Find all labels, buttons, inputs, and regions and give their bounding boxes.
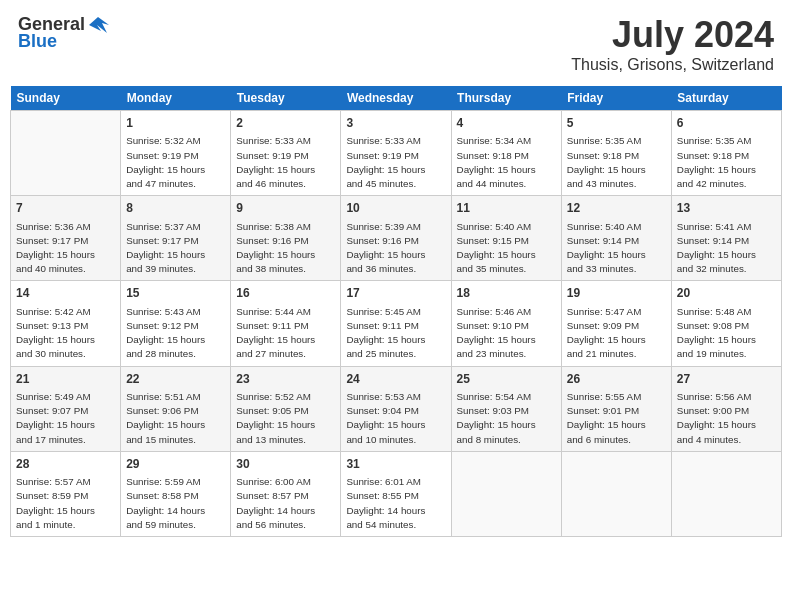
calendar-cell: 28Sunrise: 5:57 AMSunset: 8:59 PMDayligh…: [11, 451, 121, 536]
day-info-line: Sunrise: 5:48 AM: [677, 306, 752, 317]
calendar-cell: 29Sunrise: 5:59 AMSunset: 8:58 PMDayligh…: [121, 451, 231, 536]
day-info-line: and 46 minutes.: [236, 178, 306, 189]
day-info-line: Daylight: 15 hours: [457, 249, 536, 260]
day-info: Sunrise: 5:54 AMSunset: 9:03 PMDaylight:…: [457, 390, 556, 447]
day-info-line: Sunset: 9:13 PM: [16, 320, 88, 331]
day-info-line: Sunrise: 5:37 AM: [126, 221, 201, 232]
day-info-line: Sunset: 9:07 PM: [16, 405, 88, 416]
day-info-line: Sunset: 9:11 PM: [346, 320, 418, 331]
day-number: 25: [457, 371, 556, 388]
day-info-line: and 8 minutes.: [457, 434, 521, 445]
calendar-cell: [11, 111, 121, 196]
day-number: 30: [236, 456, 335, 473]
day-info-line: Sunrise: 5:59 AM: [126, 476, 201, 487]
day-info-line: and 25 minutes.: [346, 348, 416, 359]
day-info: Sunrise: 6:00 AMSunset: 8:57 PMDaylight:…: [236, 475, 335, 532]
day-info-line: and 35 minutes.: [457, 263, 527, 274]
calendar-cell: 12Sunrise: 5:40 AMSunset: 9:14 PMDayligh…: [561, 196, 671, 281]
day-info-line: Sunset: 9:18 PM: [457, 150, 529, 161]
col-wednesday: Wednesday: [341, 86, 451, 111]
calendar-cell: 15Sunrise: 5:43 AMSunset: 9:12 PMDayligh…: [121, 281, 231, 366]
calendar-cell: 17Sunrise: 5:45 AMSunset: 9:11 PMDayligh…: [341, 281, 451, 366]
day-info-line: Sunrise: 5:43 AM: [126, 306, 201, 317]
day-info-line: Sunset: 9:11 PM: [236, 320, 308, 331]
day-info-line: Daylight: 15 hours: [677, 334, 756, 345]
day-info-line: and 33 minutes.: [567, 263, 637, 274]
day-number: 8: [126, 200, 225, 217]
day-info-line: and 23 minutes.: [457, 348, 527, 359]
week-row-5: 28Sunrise: 5:57 AMSunset: 8:59 PMDayligh…: [11, 451, 782, 536]
day-info-line: Sunset: 9:17 PM: [16, 235, 88, 246]
calendar-cell: 10Sunrise: 5:39 AMSunset: 9:16 PMDayligh…: [341, 196, 451, 281]
calendar-cell: 23Sunrise: 5:52 AMSunset: 9:05 PMDayligh…: [231, 366, 341, 451]
calendar-cell: 19Sunrise: 5:47 AMSunset: 9:09 PMDayligh…: [561, 281, 671, 366]
day-number: 1: [126, 115, 225, 132]
day-info-line: Sunrise: 6:00 AM: [236, 476, 311, 487]
day-number: 15: [126, 285, 225, 302]
day-info-line: Sunset: 9:09 PM: [567, 320, 639, 331]
day-info-line: and 59 minutes.: [126, 519, 196, 530]
day-info-line: Sunrise: 5:41 AM: [677, 221, 752, 232]
day-info-line: Sunset: 9:14 PM: [567, 235, 639, 246]
day-number: 13: [677, 200, 776, 217]
day-info: Sunrise: 5:48 AMSunset: 9:08 PMDaylight:…: [677, 305, 776, 362]
day-info-line: Daylight: 15 hours: [16, 505, 95, 516]
calendar-cell: 5Sunrise: 5:35 AMSunset: 9:18 PMDaylight…: [561, 111, 671, 196]
day-info: Sunrise: 5:51 AMSunset: 9:06 PMDaylight:…: [126, 390, 225, 447]
day-info-line: and 45 minutes.: [346, 178, 416, 189]
day-info-line: Sunset: 9:05 PM: [236, 405, 308, 416]
day-info-line: Sunset: 9:12 PM: [126, 320, 198, 331]
day-info-line: Sunset: 9:19 PM: [126, 150, 198, 161]
day-info-line: Sunset: 9:00 PM: [677, 405, 749, 416]
day-info-line: Sunrise: 5:34 AM: [457, 135, 532, 146]
day-info-line: Daylight: 15 hours: [126, 419, 205, 430]
day-info-line: Daylight: 15 hours: [236, 334, 315, 345]
day-number: 7: [16, 200, 115, 217]
day-info-line: Daylight: 15 hours: [567, 419, 646, 430]
col-tuesday: Tuesday: [231, 86, 341, 111]
day-info-line: and 39 minutes.: [126, 263, 196, 274]
day-info-line: Sunset: 9:18 PM: [567, 150, 639, 161]
day-info-line: Daylight: 15 hours: [677, 249, 756, 260]
day-info-line: Sunset: 9:14 PM: [677, 235, 749, 246]
day-info-line: Sunrise: 5:49 AM: [16, 391, 91, 402]
calendar-cell: 25Sunrise: 5:54 AMSunset: 9:03 PMDayligh…: [451, 366, 561, 451]
day-info-line: Sunset: 9:06 PM: [126, 405, 198, 416]
day-info-line: Daylight: 15 hours: [677, 164, 756, 175]
day-info-line: and 56 minutes.: [236, 519, 306, 530]
day-info-line: Daylight: 15 hours: [126, 249, 205, 260]
day-info-line: Sunrise: 5:39 AM: [346, 221, 421, 232]
day-number: 5: [567, 115, 666, 132]
day-info-line: Sunset: 9:19 PM: [236, 150, 308, 161]
day-info-line: Sunrise: 5:53 AM: [346, 391, 421, 402]
week-row-2: 7Sunrise: 5:36 AMSunset: 9:17 PMDaylight…: [11, 196, 782, 281]
day-info-line: and 43 minutes.: [567, 178, 637, 189]
day-info: Sunrise: 5:49 AMSunset: 9:07 PMDaylight:…: [16, 390, 115, 447]
day-info-line: and 32 minutes.: [677, 263, 747, 274]
col-saturday: Saturday: [671, 86, 781, 111]
calendar-cell: 1Sunrise: 5:32 AMSunset: 9:19 PMDaylight…: [121, 111, 231, 196]
day-number: 4: [457, 115, 556, 132]
calendar-cell: [451, 451, 561, 536]
day-info-line: and 47 minutes.: [126, 178, 196, 189]
day-number: 16: [236, 285, 335, 302]
day-info: Sunrise: 5:44 AMSunset: 9:11 PMDaylight:…: [236, 305, 335, 362]
day-info-line: Sunrise: 5:33 AM: [346, 135, 421, 146]
day-info-line: Sunset: 9:04 PM: [346, 405, 418, 416]
day-info-line: Daylight: 15 hours: [236, 249, 315, 260]
calendar-cell: 22Sunrise: 5:51 AMSunset: 9:06 PMDayligh…: [121, 366, 231, 451]
day-info: Sunrise: 5:39 AMSunset: 9:16 PMDaylight:…: [346, 220, 445, 277]
calendar-cell: [671, 451, 781, 536]
calendar-cell: 24Sunrise: 5:53 AMSunset: 9:04 PMDayligh…: [341, 366, 451, 451]
day-info-line: Sunrise: 5:57 AM: [16, 476, 91, 487]
day-number: 17: [346, 285, 445, 302]
day-info-line: Daylight: 15 hours: [16, 419, 95, 430]
day-info-line: Daylight: 15 hours: [236, 164, 315, 175]
calendar-cell: 14Sunrise: 5:42 AMSunset: 9:13 PMDayligh…: [11, 281, 121, 366]
day-info-line: and 15 minutes.: [126, 434, 196, 445]
day-info-line: Sunset: 9:17 PM: [126, 235, 198, 246]
calendar-cell: 30Sunrise: 6:00 AMSunset: 8:57 PMDayligh…: [231, 451, 341, 536]
day-info-line: Sunrise: 5:35 AM: [677, 135, 752, 146]
logo: General Blue: [18, 14, 109, 52]
calendar-cell: 21Sunrise: 5:49 AMSunset: 9:07 PMDayligh…: [11, 366, 121, 451]
